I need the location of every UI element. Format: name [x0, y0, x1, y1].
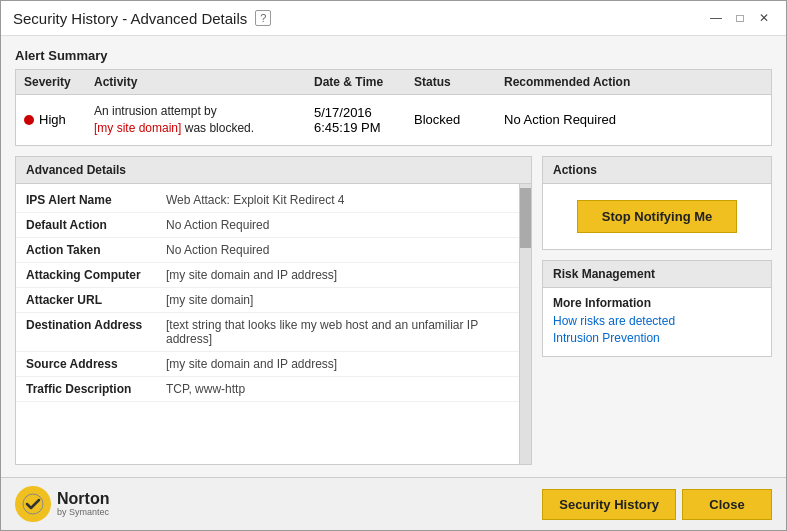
severity-cell: High — [24, 112, 94, 127]
details-row-0: IPS Alert Name Web Attack: Exploit Kit R… — [16, 188, 519, 213]
status-cell: Blocked — [414, 112, 504, 127]
intrusion-prevention-link[interactable]: Intrusion Prevention — [553, 331, 761, 345]
title-bar-left: Security History - Advanced Details ? — [13, 10, 271, 27]
value-7: TCP, www-http — [166, 382, 509, 396]
label-3: Attacking Computer — [26, 268, 166, 282]
value-3: [my site domain and IP address] — [166, 268, 509, 282]
alert-summary-title: Alert Summary — [15, 48, 772, 63]
label-0: IPS Alert Name — [26, 193, 166, 207]
content-area: Alert Summary Severity Activity Date & T… — [1, 36, 786, 477]
activity-cell: An intrusion attempt by [my site domain]… — [94, 103, 314, 137]
alert-table-header: Severity Activity Date & Time Status Rec… — [16, 70, 771, 95]
norton-logo: Norton by Symantec — [15, 486, 109, 522]
close-button-footer[interactable]: Close — [682, 489, 772, 520]
stop-notifying-button[interactable]: Stop Notifying Me — [577, 200, 737, 233]
details-row-4: Attacker URL [my site domain] — [16, 288, 519, 313]
actions-body: Stop Notifying Me — [543, 184, 771, 249]
label-4: Attacker URL — [26, 293, 166, 307]
norton-checkmark-icon — [22, 493, 44, 515]
table-row: High An intrusion attempt by [my site do… — [16, 95, 771, 145]
value-2: No Action Required — [166, 243, 509, 257]
recommended-action-cell: No Action Required — [504, 112, 763, 127]
value-5: [text string that looks like my web host… — [166, 318, 509, 346]
col-status: Status — [414, 75, 504, 89]
label-5: Destination Address — [26, 318, 166, 346]
details-row-7: Traffic Description TCP, www-http — [16, 377, 519, 402]
how-risks-link[interactable]: How risks are detected — [553, 314, 761, 328]
title-bar: Security History - Advanced Details ? — … — [1, 1, 786, 36]
help-icon[interactable]: ? — [255, 10, 271, 26]
details-row-1: Default Action No Action Required — [16, 213, 519, 238]
value-1: No Action Required — [166, 218, 509, 232]
date-value: 5/17/2016 — [314, 105, 414, 120]
norton-sub: by Symantec — [57, 508, 109, 518]
main-lower-section: Advanced Details IPS Alert Name Web Atta… — [15, 156, 772, 465]
main-window: Security History - Advanced Details ? — … — [0, 0, 787, 531]
risk-management-panel: Risk Management More Information How ris… — [542, 260, 772, 357]
time-value: 6:45:19 PM — [314, 120, 414, 135]
scrollbar-thumb[interactable] — [520, 188, 531, 248]
maximize-button[interactable]: □ — [730, 9, 750, 27]
right-panel: Actions Stop Notifying Me Risk Managemen… — [542, 156, 772, 465]
label-1: Default Action — [26, 218, 166, 232]
norton-icon — [15, 486, 51, 522]
details-row-6: Source Address [my site domain and IP ad… — [16, 352, 519, 377]
more-info-label: More Information — [553, 296, 761, 310]
details-row-5: Destination Address [text string that lo… — [16, 313, 519, 352]
severity-label: High — [39, 112, 66, 127]
severity-indicator — [24, 115, 34, 125]
value-0: Web Attack: Exploit Kit Redirect 4 — [166, 193, 509, 207]
actions-panel: Actions Stop Notifying Me — [542, 156, 772, 250]
footer-buttons: Security History Close — [542, 489, 772, 520]
advanced-details-inner: IPS Alert Name Web Attack: Exploit Kit R… — [16, 184, 531, 464]
label-7: Traffic Description — [26, 382, 166, 396]
security-history-button[interactable]: Security History — [542, 489, 676, 520]
label-2: Action Taken — [26, 243, 166, 257]
norton-text: Norton by Symantec — [57, 490, 109, 517]
value-6: [my site domain and IP address] — [166, 357, 509, 371]
details-row-3: Attacking Computer [my site domain and I… — [16, 263, 519, 288]
alert-table: Severity Activity Date & Time Status Rec… — [15, 69, 772, 146]
col-datetime: Date & Time — [314, 75, 414, 89]
col-action: Recommended Action — [504, 75, 763, 89]
title-controls: — □ ✕ — [706, 9, 774, 27]
datetime-cell: 5/17/2016 6:45:19 PM — [314, 105, 414, 135]
scrollbar-track[interactable] — [519, 184, 531, 464]
risk-body: More Information How risks are detected … — [543, 288, 771, 356]
activity-redacted: [my site domain] — [94, 121, 181, 135]
norton-name: Norton — [57, 490, 109, 508]
col-activity: Activity — [94, 75, 314, 89]
window-title: Security History - Advanced Details — [13, 10, 247, 27]
advanced-details-header: Advanced Details — [16, 157, 531, 184]
close-button[interactable]: ✕ — [754, 9, 774, 27]
advanced-details-panel: Advanced Details IPS Alert Name Web Atta… — [15, 156, 532, 465]
actions-header: Actions — [543, 157, 771, 184]
risk-management-header: Risk Management — [543, 261, 771, 288]
minimize-button[interactable]: — — [706, 9, 726, 27]
footer: Norton by Symantec Security History Clos… — [1, 477, 786, 530]
alert-summary-section: Alert Summary Severity Activity Date & T… — [15, 48, 772, 146]
details-grid: IPS Alert Name Web Attack: Exploit Kit R… — [16, 184, 519, 464]
activity-line2: was blocked. — [185, 121, 254, 135]
label-6: Source Address — [26, 357, 166, 371]
value-4: [my site domain] — [166, 293, 509, 307]
col-severity: Severity — [24, 75, 94, 89]
activity-line1: An intrusion attempt by — [94, 104, 217, 118]
details-row-2: Action Taken No Action Required — [16, 238, 519, 263]
